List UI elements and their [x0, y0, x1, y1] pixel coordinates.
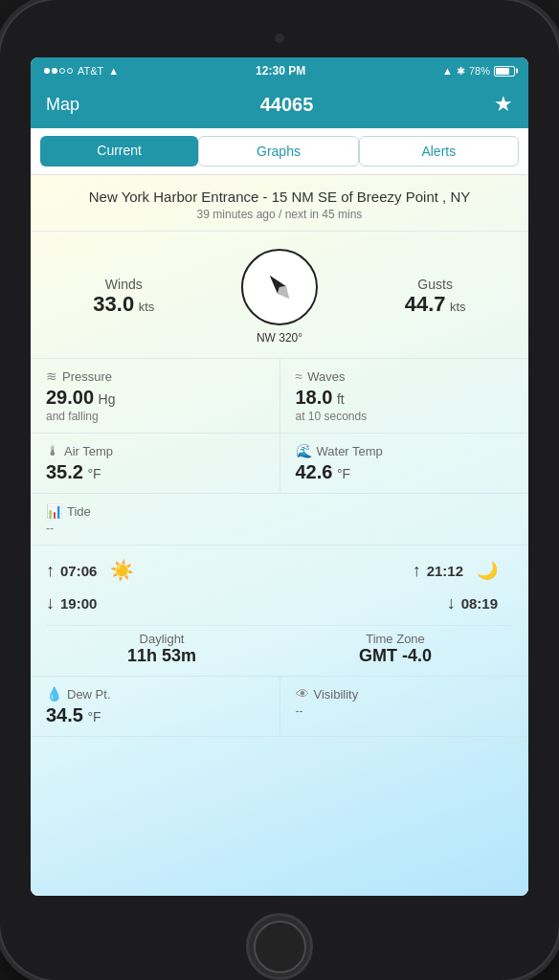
compass-col: NW 320°	[241, 249, 318, 345]
tide-value: --	[46, 522, 513, 535]
screen: AT&T ▲ 12:30 PM ▲ ✱ 78% Map 44065 ★	[31, 57, 528, 896]
back-button[interactable]: Map	[46, 95, 79, 115]
gusts-value-row: 44.7 kts	[405, 292, 466, 317]
waves-cell: ≈ Waves 18.0 ft at 10 seconds	[280, 359, 529, 433]
wind-section: Winds 33.0 kts NW 320°	[31, 232, 528, 359]
battery-indicator	[494, 66, 515, 77]
status-left: AT&T ▲	[44, 65, 119, 77]
water-temp-unit: °F	[337, 466, 350, 481]
waves-label: Waves	[307, 369, 345, 384]
pressure-cell: ≋ Pressure 29.00 Hg and falling	[31, 359, 280, 433]
dew-header: 💧 Dew Pt.	[46, 686, 264, 702]
tab-alerts[interactable]: Alerts	[359, 136, 519, 167]
dew-visibility-row: 💧 Dew Pt. 34.5 °F 👁 Visibility --	[31, 677, 528, 737]
water-temp-icon: 🌊	[296, 443, 312, 458]
station-id: 44065	[260, 94, 314, 116]
air-temp-label: Air Temp	[64, 444, 113, 458]
moon-icon: 🌙	[477, 560, 498, 581]
gusts-label: Gusts	[405, 277, 466, 292]
app-header: Map 44065 ★	[31, 84, 528, 128]
dew-icon: 💧	[46, 686, 62, 702]
waves-unit: ft	[337, 391, 345, 407]
wind-value-row: 33.0 kts	[93, 292, 154, 317]
waves-value-row: 18.0 ft	[296, 387, 514, 409]
bluetooth-icon: ✱	[457, 65, 465, 78]
pressure-header: ≋ Pressure	[46, 368, 264, 384]
sunset-time: 19:00	[60, 595, 97, 612]
water-temp-value: 42.6	[296, 461, 333, 482]
favorite-button[interactable]: ★	[494, 92, 513, 117]
daylight-col: Daylight 11h 53m	[127, 632, 196, 666]
signal-dot-4	[67, 68, 73, 74]
location-icon: ▲	[442, 65, 453, 77]
moonset-time: 08:19	[461, 595, 498, 612]
pressure-sub: and falling	[46, 410, 264, 423]
camera	[275, 33, 284, 43]
wind-direction: NW 320°	[241, 331, 318, 345]
battery-pct: 78%	[469, 65, 490, 77]
station-update: 39 minutes ago / next in 45 mins	[50, 208, 509, 221]
sunrise-icon: ↑	[46, 561, 55, 581]
phone-frame: AT&T ▲ 12:30 PM ▲ ✱ 78% Map 44065 ★	[0, 0, 559, 980]
wind-speed-unit: kts	[139, 300, 155, 314]
compass-arrow-svg	[253, 260, 306, 314]
pressure-icon: ≋	[46, 368, 57, 384]
sun-moon-section: ↑ 07:06 ☀️ ↑ 21:12 🌙 ↓ 19:00 ↓	[31, 546, 528, 677]
waves-header: ≈ Waves	[296, 368, 514, 384]
water-temp-cell: 🌊 Water Temp 42.6 °F	[280, 434, 529, 493]
tab-current[interactable]: Current	[40, 136, 198, 167]
signal-dots	[44, 68, 73, 74]
waves-sub: at 10 seconds	[296, 410, 514, 423]
dew-cell: 💧 Dew Pt. 34.5 °F	[31, 677, 280, 736]
moonrise-icon: ↑	[413, 561, 421, 581]
moonrise-item: ↑ 21:12 🌙	[280, 555, 513, 586]
visibility-label: Visibility	[314, 687, 359, 702]
pressure-value: 29.00	[46, 387, 94, 408]
water-temp-label: Water Temp	[317, 444, 383, 458]
moonrise-time: 21:12	[427, 563, 463, 579]
pressure-label: Pressure	[62, 369, 112, 384]
dew-value: 34.5	[46, 704, 83, 725]
moonset-icon: ↓	[447, 593, 456, 613]
thermometer-icon: 🌡	[46, 443, 59, 458]
tide-icon: 📊	[46, 503, 62, 519]
sun-moon-grid: ↑ 07:06 ☀️ ↑ 21:12 🌙 ↓ 19:00 ↓	[46, 555, 513, 617]
battery-body	[494, 66, 515, 77]
status-bar: AT&T ▲ 12:30 PM ▲ ✱ 78%	[31, 57, 528, 84]
battery-fill	[496, 68, 509, 75]
signal-dot-1	[44, 68, 50, 74]
status-right: ▲ ✱ 78%	[442, 65, 515, 78]
timezone-label: Time Zone	[359, 632, 432, 646]
station-info: New York Harbor Entrance - 15 NM SE of B…	[31, 175, 528, 232]
visibility-cell: 👁 Visibility --	[280, 677, 529, 736]
visibility-header: 👁 Visibility	[296, 686, 514, 702]
waves-value: 18.0	[296, 387, 333, 408]
sunset-icon: ↓	[46, 593, 55, 613]
pressure-unit: Hg	[99, 391, 116, 407]
air-temp-header: 🌡 Air Temp	[46, 443, 264, 458]
tide-label: Tide	[67, 504, 91, 519]
waves-icon: ≈	[296, 368, 303, 384]
home-button-inner	[254, 921, 306, 973]
water-temp-value-row: 42.6 °F	[296, 461, 514, 483]
daylight-label: Daylight	[127, 632, 196, 646]
daylight-value: 11h 53m	[127, 646, 196, 666]
tide-row: 📊 Tide --	[31, 494, 528, 546]
sunrise-item: ↑ 07:06 ☀️	[46, 555, 280, 586]
tab-bar: Current Graphs Alerts	[31, 128, 528, 175]
tide-header: 📊 Tide	[46, 503, 513, 519]
gusts-unit: kts	[450, 300, 466, 314]
temp-row: 🌡 Air Temp 35.2 °F 🌊 Water Temp 42.6	[31, 434, 528, 494]
dew-value-row: 34.5 °F	[46, 704, 264, 726]
carrier-label: AT&T	[78, 65, 103, 77]
tab-graphs[interactable]: Graphs	[198, 136, 358, 167]
timezone-col: Time Zone GMT -4.0	[359, 632, 432, 666]
air-temp-value: 35.2	[46, 461, 83, 482]
home-button[interactable]	[246, 913, 313, 980]
wind-speed-col: Winds 33.0 kts	[93, 277, 154, 317]
wind-speed-value: 33.0	[93, 292, 134, 316]
air-temp-value-row: 35.2 °F	[46, 461, 264, 483]
sunset-item: ↓ 19:00	[46, 590, 280, 617]
station-name: New York Harbor Entrance - 15 NM SE of B…	[50, 189, 509, 205]
dew-label: Dew Pt.	[67, 687, 111, 702]
